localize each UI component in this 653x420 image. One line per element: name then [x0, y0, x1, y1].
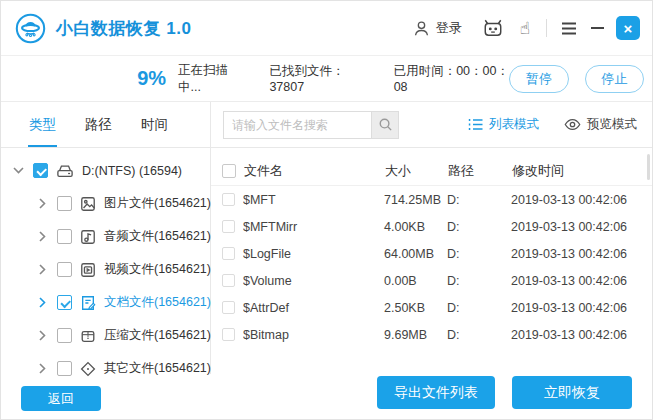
cell-file-size: 9.69MB	[384, 328, 447, 342]
cell-file-name: $MFT	[243, 193, 384, 207]
file-type-tree: D:(NTFS) (16594) 图片文件(1654621)	[1, 148, 211, 374]
column-header-path[interactable]: 路径	[448, 162, 512, 180]
tree-node-documents[interactable]: 文档文件(1654621)	[1, 286, 210, 319]
tree-node-images[interactable]: 图片文件(1654621)	[1, 187, 210, 220]
stop-button[interactable]: 停止	[585, 65, 644, 93]
file-table: 文件名 大小 路径 修改时间 $MFT 714.25MB D: 2019-03-…	[211, 148, 652, 374]
cell-file-path: D:	[447, 301, 511, 315]
login-label: 登录	[436, 19, 462, 37]
checkbox-drive[interactable]	[33, 163, 48, 178]
cell-file-size: 714.25MB	[384, 193, 447, 207]
tree-label-drive: D:(NTFS) (16594)	[82, 164, 182, 178]
titlebar: 小白数据恢复 1.0 登录 ☝ ×	[1, 1, 652, 56]
table-header: 文件名 大小 路径 修改时间	[211, 156, 652, 186]
row-checkbox[interactable]	[222, 220, 235, 233]
tab-path[interactable]: 路径	[85, 102, 112, 147]
elapsed-time: 已用时间：00：00：08	[394, 63, 510, 94]
filter-row: 类型 路径 时间 列表模式	[1, 102, 652, 148]
chevron-right-icon[interactable]	[35, 197, 49, 211]
login-button[interactable]: 登录	[412, 19, 462, 38]
footer: 返回 导出文件列表 立即恢复	[1, 374, 652, 419]
robot-icon[interactable]	[482, 18, 504, 38]
cell-file-name: $Bitmap	[243, 328, 384, 342]
cell-file-name: $LogFile	[243, 247, 384, 261]
search-button[interactable]	[371, 112, 398, 138]
row-checkbox[interactable]	[222, 274, 235, 287]
table-row[interactable]: $Bitmap 9.69MB D: 2019-03-13 00:42:06	[211, 321, 652, 348]
document-file-icon	[80, 295, 96, 311]
select-all-checkbox[interactable]	[222, 164, 236, 178]
cell-file-modified: 2019-03-13 00:42:06	[511, 220, 652, 234]
cell-file-modified: 2019-03-13 00:42:06	[511, 274, 652, 288]
table-row[interactable]: $MFTMirr 4.00KB D: 2019-03-13 00:42:06	[211, 213, 652, 240]
chevron-right-icon[interactable]	[35, 296, 49, 310]
app-logo-ufo-icon	[15, 13, 46, 44]
cell-file-path: D:	[447, 247, 511, 261]
search-input[interactable]	[224, 112, 371, 138]
search-pane: 列表模式 预览模式	[211, 102, 652, 147]
files-found-count: 已找到文件：37807	[269, 63, 367, 94]
checkbox-video[interactable]	[57, 262, 72, 277]
chevron-down-icon[interactable]	[11, 164, 25, 178]
recover-now-button[interactable]: 立即恢复	[512, 376, 632, 409]
list-mode-toggle[interactable]: 列表模式	[468, 116, 539, 133]
tree-node-archives[interactable]: 压缩文件(1654621)	[1, 319, 210, 352]
row-checkbox[interactable]	[222, 328, 235, 341]
cell-file-path: D:	[447, 193, 511, 207]
vertical-scrollbar[interactable]	[647, 154, 650, 180]
checkbox-documents[interactable]	[57, 295, 72, 310]
cell-file-path: D:	[447, 274, 511, 288]
tab-type[interactable]: 类型	[29, 102, 56, 147]
cell-file-modified: 2019-03-13 00:42:06	[511, 301, 652, 315]
preview-mode-label: 预览模式	[587, 116, 637, 133]
chevron-right-icon[interactable]	[35, 230, 49, 244]
tree-node-audio[interactable]: 音频文件(1654621)	[1, 220, 210, 253]
tree-label-archives: 压缩文件(1654621)	[104, 327, 211, 344]
preview-mode-toggle[interactable]: 预览模式	[564, 116, 637, 133]
minimize-icon[interactable]	[591, 26, 604, 30]
scan-status: 正在扫描中...	[178, 62, 243, 96]
menu-icon[interactable]	[561, 22, 577, 35]
audio-file-icon	[80, 229, 96, 245]
tree-node-video[interactable]: 视频文件(1654621)	[1, 253, 210, 286]
cell-file-modified: 2019-03-13 00:42:06	[511, 328, 652, 342]
hand-click-icon[interactable]: ☝	[520, 20, 530, 37]
close-icon[interactable]: ×	[616, 16, 640, 40]
checkbox-images[interactable]	[57, 196, 72, 211]
row-checkbox[interactable]	[222, 193, 235, 206]
cell-file-size: 64.00MB	[384, 247, 447, 261]
cell-file-size: 0.00B	[384, 274, 447, 288]
table-row[interactable]: $MFT 714.25MB D: 2019-03-13 00:42:06	[211, 186, 652, 213]
tree-label-documents: 文档文件(1654621)	[104, 294, 211, 311]
back-button[interactable]: 返回	[21, 386, 101, 411]
table-row[interactable]: $Volume 0.00B D: 2019-03-13 00:42:06	[211, 267, 652, 294]
checkbox-archives[interactable]	[57, 328, 72, 343]
row-checkbox[interactable]	[222, 301, 235, 314]
pause-button[interactable]: 暂停	[509, 65, 568, 93]
chevron-right-icon[interactable]	[35, 263, 49, 277]
cell-file-name: $MFTMirr	[243, 220, 384, 234]
cell-file-modified: 2019-03-13 00:42:06	[511, 247, 652, 261]
list-mode-label: 列表模式	[489, 116, 539, 133]
checkbox-audio[interactable]	[57, 229, 72, 244]
column-header-name[interactable]: 文件名	[244, 162, 385, 180]
export-file-list-button[interactable]: 导出文件列表	[377, 376, 495, 409]
app-title: 小白数据恢复 1.0	[56, 17, 191, 40]
column-header-size[interactable]: 大小	[385, 162, 448, 180]
magnifier-icon	[378, 117, 393, 132]
sidebar-tabs: 类型 路径 时间	[1, 102, 211, 147]
video-file-icon	[80, 262, 96, 278]
table-row[interactable]: $AttrDef 2.50KB D: 2019-03-13 00:42:06	[211, 294, 652, 321]
cell-file-modified: 2019-03-13 00:42:06	[511, 193, 652, 207]
tab-time[interactable]: 时间	[141, 102, 168, 147]
column-header-modified[interactable]: 修改时间	[512, 162, 652, 180]
row-checkbox[interactable]	[222, 247, 235, 260]
table-row[interactable]: $LogFile 64.00MB D: 2019-03-13 00:42:06	[211, 240, 652, 267]
search-box	[223, 111, 399, 139]
tree-node-drive[interactable]: D:(NTFS) (16594)	[1, 154, 210, 187]
cell-file-size: 4.00KB	[384, 220, 447, 234]
tree-label-video: 视频文件(1654621)	[104, 261, 211, 278]
user-icon	[412, 19, 431, 38]
drive-icon	[56, 163, 74, 179]
chevron-right-icon[interactable]	[35, 329, 49, 343]
